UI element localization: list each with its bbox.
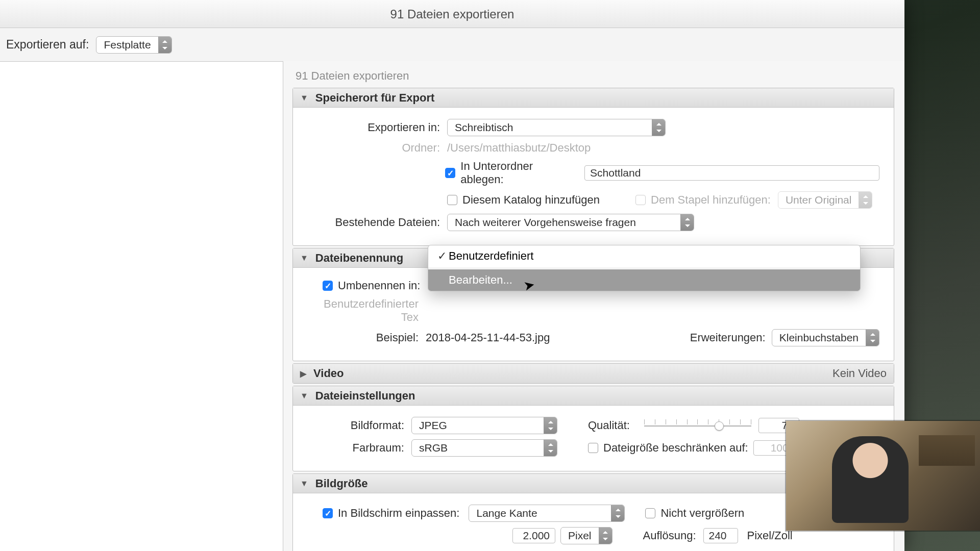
panel-title-location: Speicherort für Export — [315, 91, 434, 105]
format-label: Bildformat: — [307, 419, 404, 432]
menu-item-edit-label: Bearbeiten... — [449, 273, 512, 287]
rename-checkbox[interactable] — [323, 281, 333, 291]
panel-title-naming: Dateibenennung — [315, 252, 403, 265]
disclosure-down-icon: ▼ — [300, 254, 308, 263]
panel-title-size: Bildgröße — [315, 477, 368, 490]
panel-header-location[interactable]: ▼ Speicherort für Export — [293, 88, 894, 108]
rename-label: Umbenennen in: — [338, 279, 420, 292]
export-destination-strip: Exportieren auf: Festplatte — [0, 28, 904, 61]
limit-filesize-label: Dateigröße beschränken auf: — [603, 441, 748, 455]
subfolder-input[interactable]: Schottland — [584, 165, 879, 181]
example-value: 2018-04-25-11-44-53.jpg — [426, 331, 550, 344]
format-value: JPEG — [412, 419, 544, 432]
subfolder-checkbox[interactable] — [445, 168, 455, 178]
panel-header-video[interactable]: ▶ Video Kein Video — [293, 364, 894, 383]
video-none-label: Kein Video — [832, 367, 887, 380]
chevrons-icon — [680, 214, 694, 231]
add-to-stack-label: Dem Stapel hinzufügen: — [651, 193, 771, 207]
export-in-value: Schreibtisch — [448, 121, 652, 134]
subfolder-label: In Unterordner ablegen: — [460, 160, 577, 186]
main-subtitle: 91 Dateien exportieren — [296, 69, 894, 83]
extensions-value: Kleinbuchstaben — [772, 332, 866, 344]
panel-header-settings[interactable]: ▼ Dateieinstellungen — [293, 386, 894, 406]
export-destination-select[interactable]: Festplatte — [96, 36, 172, 54]
panel-video: ▶ Video Kein Video — [292, 363, 894, 384]
menu-item-edit[interactable]: Bearbeiten... — [428, 269, 860, 291]
colorspace-label: Farbraum: — [307, 441, 404, 455]
resolution-label: Auflösung: — [643, 529, 696, 542]
custom-text-label: Benutzerdefinierter Tex — [307, 297, 419, 324]
panel-export-location: ▼ Speicherort für Export Exportieren in:… — [292, 88, 894, 246]
chevrons-icon — [611, 505, 624, 521]
resolution-input[interactable]: 240 — [703, 528, 738, 543]
chevrons-icon — [859, 192, 872, 208]
chevrons-icon — [866, 330, 879, 346]
colorspace-select[interactable]: sRGB — [411, 439, 557, 457]
folder-path: /Users/matthiasbutz/Desktop — [447, 141, 591, 155]
fit-mode-value: Lange Kante — [469, 507, 611, 519]
export-destination-value: Festplatte — [96, 39, 158, 51]
window-title: 91 Dateien exportieren — [0, 0, 904, 28]
chevrons-icon — [158, 37, 172, 53]
add-to-catalog-label: Diesem Katalog hinzufügen — [462, 193, 600, 207]
menu-separator — [428, 268, 860, 268]
dimension-unit-select[interactable]: Pixel — [560, 527, 612, 544]
disclosure-right-icon: ▶ — [300, 369, 306, 379]
existing-files-select[interactable]: Nach weiterer Vorgehensweise fragen — [447, 214, 694, 231]
fit-mode-select[interactable]: Lange Kante — [469, 505, 625, 522]
folder-label: Ordner: — [307, 141, 440, 155]
disclosure-down-icon: ▼ — [300, 391, 308, 400]
fit-checkbox[interactable] — [323, 508, 333, 518]
export-destination-label: Exportieren auf: — [6, 38, 89, 52]
existing-files-value: Nach weiterer Vorgehensweise fragen — [448, 216, 680, 229]
stack-position-select: Unter Original — [778, 191, 873, 209]
export-in-label: Exportieren in: — [307, 121, 440, 134]
dont-enlarge-checkbox[interactable] — [645, 508, 655, 518]
disclosure-down-icon: ▼ — [300, 479, 308, 488]
add-to-stack-checkbox — [635, 195, 646, 205]
disclosure-down-icon: ▼ — [300, 93, 308, 103]
colorspace-value: sRGB — [412, 442, 544, 454]
chevrons-icon — [599, 528, 612, 544]
panel-title-settings: Dateieinstellungen — [315, 389, 415, 403]
dimension-unit-value: Pixel — [561, 530, 599, 542]
quality-label: Qualität: — [588, 419, 630, 432]
slider-knob[interactable] — [715, 421, 724, 431]
extensions-select[interactable]: Kleinbuchstaben — [772, 329, 879, 346]
dont-enlarge-label: Nicht vergrößern — [660, 507, 744, 520]
webcam-overlay — [786, 421, 980, 531]
stack-position-value: Unter Original — [778, 194, 859, 206]
existing-files-label: Bestehende Dateien: — [307, 216, 440, 229]
menu-item-custom[interactable]: ✓ Benutzerdefiniert — [428, 245, 860, 267]
limit-filesize-checkbox[interactable] — [588, 443, 598, 453]
preset-sidebar[interactable] — [0, 61, 283, 551]
fit-label: In Bildschirm einpassen: — [338, 507, 459, 520]
export-in-select[interactable]: Schreibtisch — [447, 119, 666, 136]
extensions-label: Erweiterungen: — [690, 331, 766, 344]
dimension-input[interactable]: 2.000 — [512, 528, 555, 543]
chevrons-icon — [544, 417, 557, 434]
checkmark-icon: ✓ — [437, 249, 449, 263]
quality-slider[interactable] — [644, 419, 751, 432]
rename-template-menu[interactable]: ✓ Benutzerdefiniert Bearbeiten... — [428, 245, 861, 291]
chevrons-icon — [544, 440, 557, 456]
panel-title-video: Video — [313, 367, 344, 380]
format-select[interactable]: JPEG — [411, 417, 557, 434]
add-to-catalog-checkbox[interactable] — [447, 195, 457, 205]
chevrons-icon — [652, 119, 665, 136]
example-label: Beispiel: — [307, 331, 419, 344]
menu-item-custom-label: Benutzerdefiniert — [449, 249, 533, 263]
resolution-unit: Pixel/Zoll — [747, 529, 793, 542]
